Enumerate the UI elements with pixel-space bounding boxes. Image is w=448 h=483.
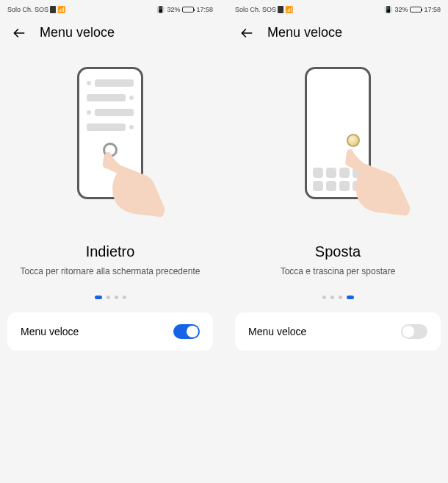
status-bar: Solo Ch. SOS 32% 17:58 bbox=[228, 0, 448, 16]
header: Menu veloce bbox=[228, 16, 448, 52]
sim-icon bbox=[50, 6, 56, 13]
wifi-icon bbox=[57, 6, 65, 13]
toggle-card: Menu veloce bbox=[7, 312, 213, 351]
toggle-label: Menu veloce bbox=[248, 326, 306, 337]
clock: 17:58 bbox=[424, 6, 441, 13]
network-label: Solo Ch. SOS bbox=[7, 6, 48, 13]
pagination-dots[interactable] bbox=[95, 296, 126, 299]
feature-description: Tocca e trascina per spostare bbox=[281, 266, 396, 276]
header: Menu veloce bbox=[0, 16, 220, 52]
dot-3[interactable] bbox=[123, 296, 126, 299]
toggle-knob bbox=[187, 326, 198, 337]
toggle-card: Menu veloce bbox=[235, 312, 441, 351]
menu-veloce-toggle[interactable] bbox=[401, 324, 427, 339]
pagination-dots[interactable] bbox=[322, 296, 354, 299]
dot-3[interactable] bbox=[347, 296, 354, 299]
back-button[interactable] bbox=[239, 26, 254, 40]
battery-percent: 32% bbox=[167, 6, 180, 13]
floating-button-icon bbox=[347, 134, 360, 147]
arrow-left-icon bbox=[12, 26, 26, 40]
sim-icon bbox=[278, 6, 283, 13]
status-right: 32% 17:58 bbox=[156, 6, 213, 13]
screen-left: Solo Ch. SOS 32% 17:58 Menu veloce bbox=[0, 0, 220, 483]
feature-description: Tocca per ritornare alla schermata prece… bbox=[21, 266, 200, 276]
vibrate-icon bbox=[156, 6, 165, 13]
feature-title: Sposta bbox=[315, 243, 361, 260]
toggle-label: Menu veloce bbox=[21, 326, 79, 337]
vibrate-icon bbox=[384, 6, 392, 13]
toggle-knob bbox=[402, 326, 414, 337]
status-left: Solo Ch. SOS bbox=[7, 6, 65, 13]
menu-veloce-toggle[interactable] bbox=[173, 324, 200, 339]
network-label: Solo Ch. SOS bbox=[235, 6, 276, 13]
feature-title: Indietro bbox=[86, 243, 135, 260]
clock: 17:58 bbox=[196, 6, 213, 13]
dot-0[interactable] bbox=[95, 296, 102, 299]
dot-0[interactable] bbox=[322, 296, 326, 299]
dot-2[interactable] bbox=[115, 296, 118, 299]
page-title: Menu veloce bbox=[40, 25, 115, 40]
dot-1[interactable] bbox=[330, 296, 334, 299]
arrow-left-icon bbox=[239, 26, 254, 40]
page-title: Menu veloce bbox=[267, 25, 342, 40]
status-right: 32% 17:58 bbox=[384, 6, 441, 13]
hand-icon bbox=[332, 146, 413, 227]
phone-illustration bbox=[66, 67, 154, 229]
hand-icon bbox=[87, 146, 167, 227]
dot-1[interactable] bbox=[106, 296, 110, 299]
status-left: Solo Ch. SOS bbox=[235, 6, 293, 13]
illustration-area: Sposta Tocca e trascina per spostare bbox=[228, 52, 448, 312]
dot-2[interactable] bbox=[339, 296, 342, 299]
battery-icon bbox=[182, 7, 194, 12]
illustration-area: Indietro Tocca per ritornare alla scherm… bbox=[0, 52, 220, 312]
battery-icon bbox=[410, 7, 422, 12]
battery-percent: 32% bbox=[394, 6, 408, 13]
wifi-icon bbox=[285, 6, 293, 13]
phone-illustration bbox=[294, 67, 382, 229]
back-button[interactable] bbox=[12, 26, 26, 40]
screen-right: Solo Ch. SOS 32% 17:58 Menu veloce bbox=[228, 0, 448, 483]
status-bar: Solo Ch. SOS 32% 17:58 bbox=[0, 0, 220, 16]
